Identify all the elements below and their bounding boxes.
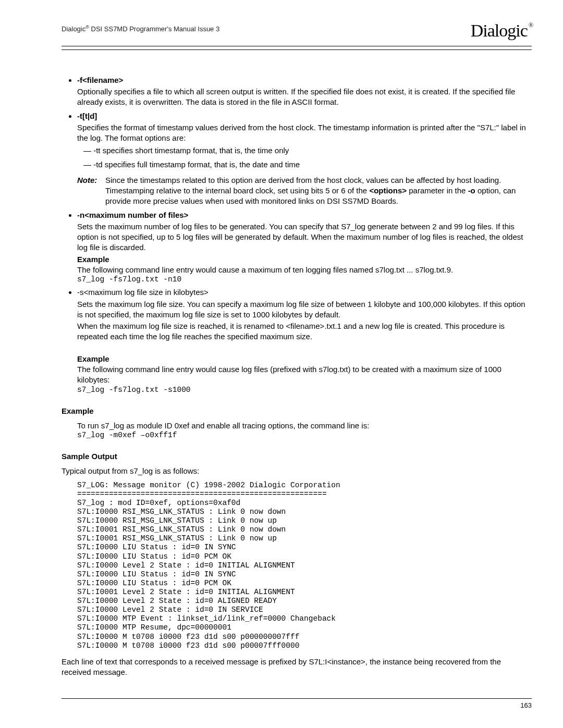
example-label: Example (77, 354, 532, 364)
footer-rule (62, 698, 532, 699)
doc-title: Dialogic® DSI SS7MD Programmer's Manual … (62, 21, 219, 34)
option-body-2: When the maximum log file size is reache… (77, 321, 532, 342)
option-body: Sets the maximum number of log files to … (77, 221, 532, 253)
format-option: -td specifies full timestamp format, tha… (83, 159, 532, 170)
format-option: -tt specifies short timestamp format, th… (83, 145, 532, 156)
option-head: -n<maximum number of files> (77, 210, 532, 220)
format-options-list: -tt specifies short timestamp format, th… (83, 145, 532, 170)
option-body: Specifies the format of timestamp values… (77, 122, 532, 144)
brand-logo: Dialogic® (471, 19, 532, 43)
header-rule (62, 50, 532, 50)
option-f: -f<filename> Optionally specifies a file… (77, 75, 532, 108)
doc-title-prefix: Dialogic (62, 25, 85, 33)
example-heading: Example (62, 406, 532, 416)
option-s: -s<maximum log file size in kilobytes> S… (77, 287, 532, 394)
sample-output-intro: Typical output from s7_log is as follows… (62, 466, 532, 476)
example-label: Example (77, 254, 532, 265)
doc-title-suffix: DSI SS7MD Programmer's Manual Issue 3 (89, 25, 219, 33)
sample-output-block: S7_LOG: Message monitor (C) 1998-2002 Di… (77, 481, 532, 650)
example-code: s7_log -fs7log.txt -n10 (77, 275, 532, 284)
example-text: The following command line entry would c… (77, 364, 532, 386)
note-label: Note: (77, 175, 105, 207)
option-head: -t[t|d] (77, 111, 532, 121)
options-list: -f<filename> Optionally specifies a file… (77, 75, 532, 394)
closing-paragraph: Each line of text that corresponds to a … (62, 657, 532, 678)
example-command: s7_log -m0xef –o0xff1f (77, 431, 532, 440)
example-code: s7_log -fs7log.txt -s1000 (77, 386, 532, 394)
page-number: 163 (520, 701, 532, 710)
page-header: Dialogic® DSI SS7MD Programmer's Manual … (62, 21, 532, 46)
note: Note: Since the timestamps related to th… (77, 175, 532, 207)
note-text: Since the timestamps related to this opt… (105, 175, 532, 207)
option-t: -t[t|d] Specifies the format of timestam… (77, 111, 532, 207)
option-body: Optionally specifies a file to which all… (77, 87, 532, 108)
option-head-plain: -s<maximum log file size in kilobytes> (77, 287, 532, 298)
option-n: -n<maximum number of files> Sets the max… (77, 210, 532, 285)
example-intro: To run s7_log as module ID 0xef and enab… (77, 421, 532, 431)
example-text: The following command line entry would c… (77, 265, 532, 275)
option-body: Sets the maximum log file size. You can … (77, 299, 532, 320)
sample-output-heading: Sample Output (62, 451, 532, 462)
reg-mark: ® (85, 24, 89, 30)
option-head: -f<filename> (77, 75, 532, 85)
